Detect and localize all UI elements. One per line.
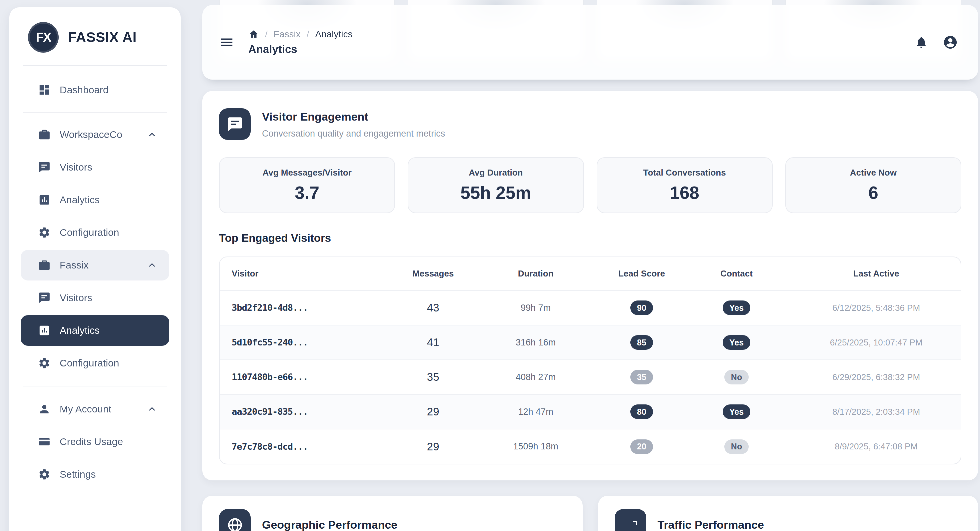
dashboard-icon	[38, 84, 51, 96]
sidebar-item-dashboard[interactable]: Dashboard	[21, 74, 169, 105]
stat-active-now: Active Now 6	[785, 157, 961, 213]
stat-value: 168	[670, 182, 699, 203]
analytics-icon	[38, 324, 51, 337]
gear-icon	[38, 357, 51, 369]
card-title: Geographic Performance	[262, 518, 397, 531]
engagement-stats: Avg Messages/Visitor 3.7 Avg Duration 55…	[219, 157, 961, 213]
messages-count: 29	[397, 395, 469, 429]
chevron-up-icon	[146, 128, 158, 141]
visitor-id: 1107480b-e66...	[232, 372, 308, 382]
stat-total-conversations: Total Conversations 168	[597, 157, 773, 213]
sidebar-item-fassix[interactable]: Fassix	[21, 250, 169, 281]
trending-up-icon	[615, 509, 646, 531]
stat-label: Avg Messages/Visitor	[262, 168, 352, 178]
breadcrumb-separator: /	[307, 29, 309, 40]
sidebar-item-label: Configuration	[60, 357, 119, 369]
table-header-row: Visitor Messages Duration Lead Score Con…	[220, 257, 961, 290]
sidebar-item-configuration[interactable]: Configuration	[21, 217, 169, 248]
person-icon	[38, 403, 51, 415]
gear-icon	[38, 226, 51, 239]
contact-badge: Yes	[723, 335, 750, 350]
duration: 408h 27m	[469, 360, 602, 395]
messages-count: 43	[397, 290, 469, 325]
sidebar-item-credits-usage[interactable]: Credits Usage	[21, 426, 169, 457]
page-header: / Fassix / Analytics Analytics	[202, 5, 978, 79]
card-header-text: Visitor Engagement Conversation quality …	[262, 108, 445, 139]
column-header-duration: Duration	[469, 257, 602, 290]
duration: 1509h 18m	[469, 429, 602, 464]
lead-score-badge: 20	[630, 439, 653, 454]
contact-badge: No	[724, 439, 749, 454]
breadcrumb-link-fassix[interactable]: Fassix	[274, 29, 301, 40]
top-engaged-visitors-heading: Top Engaged Visitors	[219, 232, 961, 244]
stat-value: 6	[868, 182, 878, 203]
column-header-contact: Contact	[681, 257, 792, 290]
sidebar-item-label: Analytics	[60, 325, 100, 336]
account-circle-icon[interactable]	[943, 35, 958, 50]
card-header: Geographic Performance	[219, 509, 566, 531]
globe-icon	[219, 509, 251, 531]
traffic-performance-card: Traffic Performance	[598, 496, 978, 531]
sidebar-item-label: WorkspaceCo	[60, 129, 123, 140]
card-header: Visitor Engagement Conversation quality …	[219, 108, 961, 140]
brand-name: FASSIX AI	[68, 29, 137, 45]
sidebar-item-analytics-fassix[interactable]: Analytics	[21, 315, 169, 346]
sidebar-item-label: Visitors	[60, 292, 92, 303]
sidebar-nav: Dashboard WorkspaceCo Visitors Analytics…	[10, 66, 181, 495]
geographic-performance-card: Geographic Performance	[202, 496, 583, 531]
sidebar-item-label: Fassix	[60, 260, 89, 271]
contact-badge: Yes	[723, 301, 750, 315]
last-active: 8/17/2025, 2:03:34 PM	[792, 395, 961, 429]
sidebar-item-label: Analytics	[60, 194, 100, 206]
divider	[23, 386, 167, 387]
sidebar-item-settings[interactable]: Settings	[21, 459, 169, 490]
visitor-id: 7e7c78c8-dcd...	[232, 441, 308, 452]
sidebar-item-visitors[interactable]: Visitors	[21, 152, 169, 182]
menu-icon[interactable]	[219, 35, 234, 50]
table-row: 7e7c78c8-dcd... 29 1509h 18m 20 No 8/9/2…	[220, 429, 961, 464]
messages-count: 35	[397, 360, 469, 395]
divider	[23, 112, 167, 113]
brand: FX FASSIX AI	[10, 7, 181, 65]
sidebar-item-my-account[interactable]: My Account	[21, 394, 169, 425]
stat-avg-duration: Avg Duration 55h 25m	[408, 157, 584, 213]
notifications-bell-icon[interactable]	[915, 36, 928, 49]
breadcrumb-current: Analytics	[315, 29, 352, 40]
breadcrumb-block: / Fassix / Analytics Analytics	[248, 29, 353, 55]
card-subtitle: Conversation quality and engagement metr…	[262, 128, 445, 139]
breadcrumb: / Fassix / Analytics	[248, 29, 353, 40]
sidebar-item-configuration-fassix[interactable]: Configuration	[21, 348, 169, 379]
chat-icon	[38, 161, 51, 174]
lead-score-badge: 80	[630, 404, 653, 419]
stat-value: 55h 25m	[460, 182, 531, 203]
stat-label: Active Now	[850, 168, 897, 178]
sidebar-item-analytics[interactable]: Analytics	[21, 185, 169, 215]
last-active: 6/25/2025, 10:07:47 PM	[792, 325, 961, 360]
workspace-icon	[38, 128, 51, 141]
gear-icon	[38, 468, 51, 481]
sidebar-item-label: Dashboard	[60, 84, 109, 96]
table-row: 3bd2f210-4d8... 43 99h 7m 90 Yes 6/12/20…	[220, 290, 961, 325]
stat-label: Total Conversations	[643, 168, 726, 178]
sidebar: FX FASSIX AI Dashboard WorkspaceCo Visit…	[10, 7, 181, 531]
home-icon[interactable]	[248, 29, 259, 40]
analytics-icon	[38, 193, 51, 206]
sidebar-item-visitors-fassix[interactable]: Visitors	[21, 282, 169, 313]
card-header: Traffic Performance	[615, 509, 962, 531]
table-row: aa320c91-835... 29 12h 47m 80 Yes 8/17/2…	[220, 395, 961, 429]
breadcrumb-separator: /	[265, 29, 268, 40]
visitors-table: Visitor Messages Duration Lead Score Con…	[219, 257, 961, 464]
sidebar-item-label: Settings	[60, 469, 95, 480]
sidebar-item-workspaceco[interactable]: WorkspaceCo	[21, 119, 169, 150]
visitor-id: aa320c91-835...	[232, 406, 308, 417]
column-header-messages: Messages	[397, 257, 469, 290]
brand-logo: FX	[28, 22, 59, 52]
sidebar-item-label: Credits Usage	[60, 436, 123, 447]
credit-card-icon	[38, 435, 51, 448]
table-row: 5d10fc55-240... 41 316h 16m 85 Yes 6/25/…	[220, 325, 961, 360]
visitor-id: 5d10fc55-240...	[232, 337, 308, 347]
card-title: Visitor Engagement	[262, 110, 445, 123]
contact-badge: Yes	[723, 404, 750, 419]
duration: 316h 16m	[469, 325, 602, 360]
table-row: 1107480b-e66... 35 408h 27m 35 No 6/29/2…	[220, 360, 961, 395]
